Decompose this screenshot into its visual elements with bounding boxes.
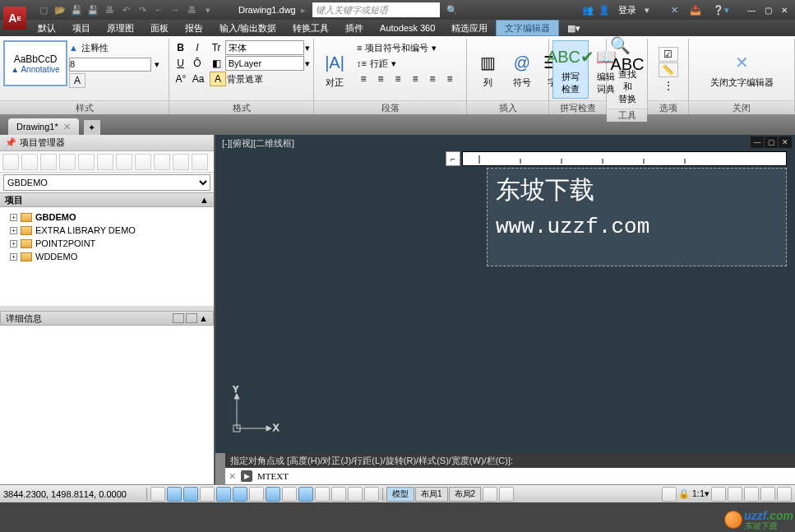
- pin-icon[interactable]: 📌: [5, 137, 16, 148]
- tab-model[interactable]: 模型: [386, 487, 414, 502]
- tab-convert[interactable]: 转换工具: [284, 20, 337, 36]
- align-dist-icon[interactable]: ≡: [424, 72, 441, 86]
- help-icon[interactable]: ❔▾: [713, 5, 729, 16]
- exchange-icon[interactable]: ✕: [671, 5, 678, 16]
- tab-panel-more[interactable]: ▩▾: [559, 20, 589, 36]
- user-icon[interactable]: 👥: [582, 5, 594, 16]
- pm-tool-6[interactable]: [97, 154, 113, 170]
- viewport-min-button[interactable]: —: [751, 136, 764, 148]
- sb-annovis-button[interactable]: [711, 487, 726, 502]
- open-icon[interactable]: 📂: [54, 4, 66, 16]
- pm-tool-7[interactable]: [116, 154, 132, 170]
- case-button[interactable]: Aa: [190, 72, 206, 86]
- sb-ws-button[interactable]: [728, 487, 742, 502]
- viewport-max-button[interactable]: ▢: [765, 136, 778, 148]
- pm-tool-9[interactable]: [154, 154, 170, 170]
- pm-tool-5[interactable]: [78, 154, 95, 170]
- bullets-button[interactable]: 项目符号和编号: [365, 42, 428, 54]
- sb-osnap-button[interactable]: [233, 487, 247, 502]
- command-input[interactable]: MTEXT: [257, 471, 289, 481]
- tab-text-editor[interactable]: 文字编辑器: [496, 20, 559, 36]
- tab-project[interactable]: 项目: [64, 20, 99, 36]
- sb-iso-button[interactable]: [760, 487, 775, 502]
- symbol-button[interactable]: @符号: [505, 40, 539, 99]
- tree-item-gbdemo[interactable]: +GBDEMO: [3, 210, 210, 224]
- sb-hw-button[interactable]: [744, 487, 759, 502]
- print-icon[interactable]: 🖶: [186, 4, 197, 16]
- search-input[interactable]: 键入关键字或短语: [312, 2, 440, 17]
- login-label[interactable]: 登录: [618, 4, 636, 16]
- sb-otrack-button[interactable]: [266, 487, 280, 502]
- underline-button[interactable]: U: [173, 56, 188, 71]
- opt3-button[interactable]: ⋮: [659, 78, 678, 93]
- tab-schematic[interactable]: 原理图: [99, 20, 142, 36]
- mask-icon[interactable]: A: [69, 73, 86, 88]
- tab-a360[interactable]: Autodesk 360: [372, 20, 443, 36]
- text-ruler[interactable]: [462, 151, 787, 166]
- sb-snap-button[interactable]: [167, 487, 182, 502]
- tree-item-wddemo[interactable]: +WDDEMO: [3, 250, 210, 263]
- cloud-icon[interactable]: 📤: [690, 5, 701, 16]
- drawing-canvas[interactable]: [-][俯视][二维线框] — ▢ ✕ ⌐ 东坡下载 www.uzzf.com …: [215, 135, 795, 484]
- mask-label[interactable]: 背景遮罩: [227, 73, 263, 86]
- cmd-grip[interactable]: [215, 453, 225, 484]
- viewport-label[interactable]: [-][俯视][二维线框]: [222, 137, 294, 150]
- sb-polar-button[interactable]: [216, 487, 231, 502]
- cmd-close-icon[interactable]: ✕: [229, 471, 236, 482]
- columns-button[interactable]: ▥列: [470, 40, 505, 99]
- fwd-icon[interactable]: →: [169, 4, 181, 16]
- pm-project-combo[interactable]: GBDEMO: [3, 174, 210, 191]
- sb-infer-button[interactable]: [150, 487, 165, 502]
- sb-qv-button[interactable]: [483, 487, 497, 502]
- tab-io[interactable]: 输入/输出数据: [211, 20, 284, 36]
- ruler-origin-button[interactable]: ⌐: [446, 151, 460, 166]
- justify-button[interactable]: |A| 对正: [317, 40, 352, 99]
- ruler-button[interactable]: 📏: [659, 62, 678, 77]
- tab-report[interactable]: 报告: [177, 20, 211, 36]
- pm-tool-4[interactable]: [59, 154, 76, 170]
- pm-tool-3[interactable]: [40, 154, 57, 170]
- search-icon[interactable]: 🔍: [446, 5, 458, 16]
- tab-plugins[interactable]: 插件: [337, 20, 372, 36]
- back-icon[interactable]: ←: [153, 4, 164, 16]
- expand-icon[interactable]: +: [10, 214, 17, 221]
- bold-button[interactable]: B: [173, 40, 188, 55]
- collapse-icon[interactable]: ▲: [199, 313, 208, 323]
- sb-lwt-button[interactable]: [315, 487, 330, 502]
- align-center-icon[interactable]: ≡: [372, 72, 389, 86]
- detail-view1-icon[interactable]: [173, 313, 184, 323]
- redo-icon[interactable]: ↷: [136, 4, 148, 16]
- supersub-button[interactable]: A°: [173, 72, 189, 86]
- sb-grid-button[interactable]: [183, 487, 198, 502]
- maximize-button[interactable]: ▢: [760, 4, 775, 16]
- pm-tool-1[interactable]: [2, 154, 19, 170]
- tree-item-extra[interactable]: +EXTRA LIBRARY DEMO: [3, 224, 210, 237]
- doc-tab-drawing1[interactable]: Drawing1* ✕: [8, 118, 79, 135]
- align-justify-icon[interactable]: ≡: [407, 72, 423, 86]
- tree-item-p2p[interactable]: +POINT2POINT: [3, 237, 210, 250]
- align-dist2-icon[interactable]: ≡: [441, 72, 458, 86]
- new-icon[interactable]: ▢: [38, 4, 49, 16]
- collapse-icon[interactable]: ▲: [200, 195, 209, 205]
- pm-tool-10[interactable]: [173, 154, 189, 170]
- font-combo[interactable]: 宋体: [225, 40, 304, 55]
- canvas-text-line1[interactable]: 东坡下载: [496, 173, 594, 207]
- sb-annoscale-button[interactable]: [662, 487, 677, 502]
- app-logo[interactable]: AE: [3, 7, 26, 30]
- detail-view2-icon[interactable]: [186, 313, 197, 323]
- tab-featured[interactable]: 精选应用: [443, 20, 496, 36]
- tab-default[interactable]: 默认: [30, 20, 64, 36]
- canvas-text-line2[interactable]: www.uzzf.com: [496, 215, 649, 239]
- more-icon[interactable]: ▾: [202, 4, 214, 16]
- expand-icon[interactable]: +: [10, 253, 17, 261]
- pm-details-header[interactable]: 详细信息 ▲: [0, 311, 214, 326]
- expand-icon[interactable]: +: [10, 240, 17, 247]
- text-style-preview[interactable]: AaBbCcD ▲ Annotative: [3, 40, 67, 86]
- tab-layout1[interactable]: 布局1: [415, 487, 448, 502]
- pm-tool-8[interactable]: [135, 154, 151, 170]
- mtext-edit-box[interactable]: 东坡下载 www.uzzf.com: [487, 168, 787, 266]
- sb-dyn-button[interactable]: [298, 487, 313, 502]
- sign-in-icon[interactable]: 👤: [599, 5, 610, 16]
- undo-icon[interactable]: ↶: [120, 4, 132, 16]
- mask-btn[interactable]: A: [210, 72, 226, 86]
